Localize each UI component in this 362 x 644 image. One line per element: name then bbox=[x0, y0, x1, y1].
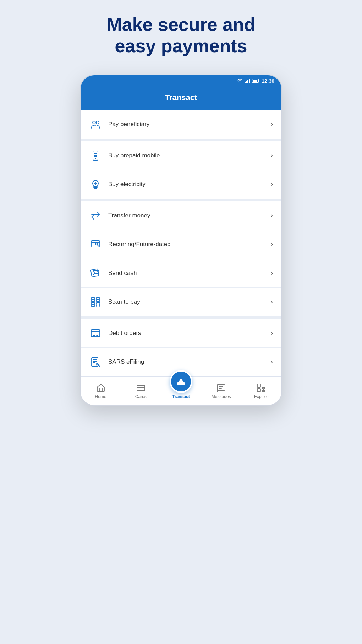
svg-rect-5 bbox=[253, 80, 257, 82]
svg-rect-34 bbox=[91, 330, 100, 337]
menu-item-debit-orders[interactable]: Debit orders › bbox=[81, 319, 281, 348]
bulb-icon bbox=[89, 178, 102, 191]
phone-icon bbox=[89, 149, 102, 162]
pay-beneficiary-label: Pay beneficiary bbox=[108, 121, 271, 128]
nav-cards[interactable]: Cards bbox=[121, 383, 161, 399]
transact-circle[interactable] bbox=[170, 370, 192, 393]
svg-rect-46 bbox=[137, 385, 145, 391]
buy-electricity-chevron: › bbox=[271, 180, 273, 188]
nav-explore[interactable]: Explore bbox=[241, 383, 281, 399]
send-cash-label: Send cash bbox=[108, 270, 271, 277]
signal-icon bbox=[245, 79, 250, 83]
menu-item-send-cash[interactable]: Send cash › bbox=[81, 259, 281, 288]
transfer-icon bbox=[89, 209, 102, 222]
svg-rect-54 bbox=[262, 384, 265, 387]
cards-label: Cards bbox=[135, 394, 147, 399]
svg-rect-10 bbox=[94, 152, 97, 154]
menu-section-prepaid: Buy prepaid mobile › Buy electricity › bbox=[81, 139, 281, 199]
menu-item-scan-to-pay[interactable]: Scan to pay › bbox=[81, 288, 281, 316]
people-icon bbox=[89, 118, 102, 131]
sars-efiling-label: SARS eFiling bbox=[108, 358, 271, 366]
svg-point-6 bbox=[93, 121, 95, 124]
svg-rect-55 bbox=[257, 389, 260, 392]
scan-to-pay-chevron: › bbox=[271, 298, 273, 305]
nav-transact[interactable]: Transact bbox=[161, 370, 201, 399]
svg-rect-53 bbox=[257, 384, 260, 387]
transfer-money-label: Transfer money bbox=[108, 212, 271, 219]
wifi-icon bbox=[237, 79, 243, 83]
debit-orders-label: Debit orders bbox=[108, 330, 271, 337]
battery-icon bbox=[252, 79, 260, 83]
messages-icon bbox=[216, 383, 226, 393]
phone-frame: 12:30 Transact Pay beneficiary › bbox=[80, 75, 282, 406]
menu-item-buy-electricity[interactable]: Buy electricity › bbox=[81, 170, 281, 199]
debit-icon bbox=[89, 327, 102, 340]
recurring-label: Recurring/Future-dated bbox=[108, 241, 271, 248]
buy-prepaid-mobile-label: Buy prepaid mobile bbox=[108, 152, 271, 159]
menu-item-recurring[interactable]: Recurring/Future-dated › bbox=[81, 230, 281, 259]
buy-prepaid-chevron: › bbox=[271, 152, 273, 159]
menu-item-buy-prepaid-mobile[interactable]: Buy prepaid mobile › bbox=[81, 141, 281, 170]
menu-section-beneficiary: Pay beneficiary › bbox=[81, 110, 281, 139]
menu-list: Pay beneficiary › Buy prepaid mobile › bbox=[81, 110, 281, 376]
sendcash-icon bbox=[89, 267, 102, 280]
page-title: Make secure and easy payments bbox=[106, 14, 255, 57]
explore-icon bbox=[256, 383, 266, 393]
sars-icon: % bbox=[89, 356, 102, 368]
debit-orders-chevron: › bbox=[271, 329, 273, 337]
svg-rect-58 bbox=[262, 390, 263, 392]
qr-icon bbox=[89, 296, 102, 308]
svg-rect-49 bbox=[177, 383, 185, 385]
nav-messages[interactable]: Messages bbox=[201, 383, 241, 399]
svg-rect-1 bbox=[246, 81, 247, 83]
svg-rect-59 bbox=[264, 390, 265, 392]
bottom-nav: Home Cards Transact bbox=[81, 376, 281, 405]
explore-label: Explore bbox=[254, 394, 269, 399]
buy-electricity-label: Buy electricity bbox=[108, 181, 271, 188]
recurring-icon bbox=[89, 238, 102, 251]
app-header: Transact bbox=[81, 87, 281, 110]
recurring-chevron: › bbox=[271, 240, 273, 248]
menu-section-orders: Debit orders › % SARS eFiling › bbox=[81, 316, 281, 376]
status-bar: 12:30 bbox=[81, 75, 281, 87]
svg-rect-26 bbox=[97, 299, 99, 300]
home-icon bbox=[96, 383, 106, 393]
status-icons: 12:30 bbox=[237, 78, 274, 84]
svg-rect-25 bbox=[92, 299, 94, 300]
svg-rect-27 bbox=[92, 304, 94, 305]
transfer-money-chevron: › bbox=[271, 212, 273, 219]
sars-efiling-chevron: › bbox=[271, 358, 273, 366]
svg-rect-2 bbox=[247, 80, 248, 83]
nav-home[interactable]: Home bbox=[81, 383, 121, 399]
svg-rect-0 bbox=[245, 82, 246, 83]
send-cash-chevron: › bbox=[271, 269, 273, 277]
home-label: Home bbox=[95, 394, 106, 399]
menu-item-pay-beneficiary[interactable]: Pay beneficiary › bbox=[81, 110, 281, 139]
svg-point-7 bbox=[96, 121, 99, 124]
transact-label: Transact bbox=[172, 394, 190, 399]
pay-beneficiary-chevron: › bbox=[271, 120, 273, 128]
messages-label: Messages bbox=[212, 394, 231, 399]
status-time: 12:30 bbox=[262, 78, 274, 84]
menu-section-transfers: Transfer money › Recurring/Future-dated … bbox=[81, 199, 281, 316]
menu-item-transfer-money[interactable]: Transfer money › bbox=[81, 201, 281, 230]
svg-rect-56 bbox=[262, 389, 263, 390]
scan-to-pay-label: Scan to pay bbox=[108, 298, 271, 305]
header-title: Transact bbox=[165, 93, 197, 102]
svg-rect-50 bbox=[217, 385, 225, 390]
cards-icon bbox=[136, 383, 146, 393]
svg-rect-57 bbox=[264, 389, 265, 390]
svg-rect-3 bbox=[249, 79, 250, 83]
